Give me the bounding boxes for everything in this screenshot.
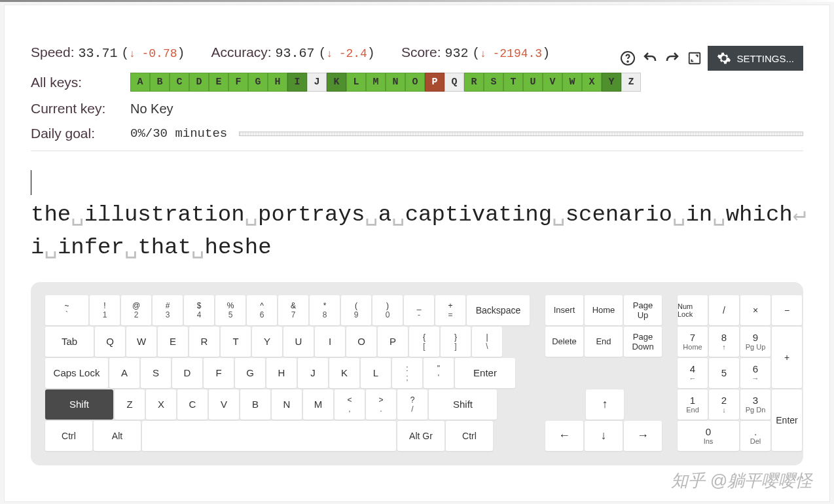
key-np-enter[interactable]: Enter [772,389,802,451]
key-ctrl-right[interactable]: Ctrl [446,421,493,451]
key-altgr[interactable]: Alt Gr [397,421,444,451]
key--[interactable]: _- [404,295,434,325]
key-C[interactable]: C [177,389,208,420]
key-R[interactable]: R [189,327,219,357]
keycell-V[interactable]: V [543,73,562,92]
keycell-X[interactable]: X [582,73,602,92]
key-[[interactable]: {[ [409,327,439,357]
key-B[interactable]: B [240,389,270,420]
keycell-H[interactable]: H [268,73,287,92]
key-/[interactable]: ?/ [397,389,427,420]
keycell-Q[interactable]: Q [444,73,464,92]
key-pageup[interactable]: Page Up [624,295,662,325]
key-1[interactable]: !1 [90,295,120,325]
key-np-3[interactable]: 3Pg Dn [740,389,771,420]
key-`[interactable]: ~` [45,295,88,325]
key-Q[interactable]: Q [95,327,125,357]
key-np-2[interactable]: 2↓ [709,389,739,420]
key-N[interactable]: N [272,389,302,420]
key-U[interactable]: U [283,327,314,357]
keycell-P[interactable]: P [425,73,444,92]
key-F[interactable]: F [204,358,234,388]
key-np-sub[interactable]: − [772,295,802,325]
key-capslock[interactable]: Caps Lock [45,358,108,388]
key-9[interactable]: (9 [341,295,371,325]
key-\[interactable]: |\ [472,327,502,357]
key-alt-left[interactable]: Alt [94,421,141,451]
typing-area[interactable]: the␣illustration␣portrays␣a␣captivating␣… [31,167,803,264]
keycell-U[interactable]: U [523,73,543,92]
key-0[interactable]: )0 [372,295,403,325]
key-np-dot[interactable]: .Del [740,421,771,451]
key-8[interactable]: *8 [310,295,340,325]
fullscreen-icon[interactable] [685,49,704,67]
keycell-T[interactable]: T [503,73,523,92]
key-4[interactable]: $4 [184,295,214,325]
key-arrow-down[interactable]: ↓ [585,421,623,451]
key-3[interactable]: #3 [153,295,183,325]
keycell-A[interactable]: A [130,73,150,92]
key-numlock[interactable]: Num Lock [678,295,708,325]
key-arrow-right[interactable]: → [624,421,662,451]
keycell-I[interactable]: I [287,73,307,92]
key-=[interactable]: += [435,295,465,325]
keycell-D[interactable]: D [189,73,209,92]
keycell-W[interactable]: W [562,73,582,92]
keycell-S[interactable]: S [484,73,503,92]
key-np-7[interactable]: 7Home [678,327,708,357]
key-arrow-left[interactable]: ← [545,421,583,451]
keycell-F[interactable]: F [228,73,248,92]
keycell-Y[interactable]: Y [602,73,621,92]
key-enter[interactable]: Enter [455,358,515,388]
keycell-C[interactable]: C [170,73,189,92]
key-.[interactable]: >. [366,389,396,420]
keycell-O[interactable]: O [405,73,425,92]
keycell-J[interactable]: J [307,73,327,92]
keycell-M[interactable]: M [366,73,386,92]
key-np-9[interactable]: 9Pg Up [740,327,771,357]
keycell-R[interactable]: R [464,73,484,92]
help-icon[interactable] [619,49,637,67]
keycell-Z[interactable]: Z [621,73,641,92]
keycell-L[interactable]: L [346,73,366,92]
key-end[interactable]: End [585,327,623,357]
key-tab[interactable]: Tab [45,327,94,357]
key-arrow-up[interactable]: ↑ [586,389,624,420]
key-ctrl-left[interactable]: Ctrl [45,421,92,451]
keycell-K[interactable]: K [327,73,346,92]
key-][interactable]: }] [441,327,471,357]
key-Y[interactable]: Y [252,327,282,357]
undo-icon[interactable] [641,49,659,67]
key-G[interactable]: G [235,358,265,388]
key-delete[interactable]: Delete [545,327,583,357]
key-A[interactable]: A [109,358,139,388]
key-np-add[interactable]: + [772,327,802,388]
key-S[interactable]: S [141,358,171,388]
keycell-B[interactable]: B [150,73,170,92]
key-E[interactable]: E [158,327,188,357]
key-,[interactable]: <, [335,389,365,420]
key-7[interactable]: &7 [278,295,308,325]
settings-button[interactable]: SETTINGS... [708,46,803,71]
key-shift-right[interactable]: Shift [429,389,497,420]
key-home[interactable]: Home [585,295,623,325]
key-np-div[interactable]: / [709,295,739,325]
keycell-E[interactable]: E [209,73,228,92]
key-6[interactable]: ^6 [247,295,277,325]
key-np-1[interactable]: 1End [678,389,708,420]
key-X[interactable]: X [146,389,176,420]
key-pagedown[interactable]: Page Down [624,327,662,357]
key-np-6[interactable]: 6→ [740,358,771,388]
keycell-N[interactable]: N [386,73,405,92]
key-5[interactable]: %5 [215,295,245,325]
key-K[interactable]: K [329,358,359,388]
key-O[interactable]: O [346,327,376,357]
key-V[interactable]: V [209,389,239,420]
key-M[interactable]: M [303,389,333,420]
keycell-G[interactable]: G [248,73,268,92]
key-np-0[interactable]: 0Ins [678,421,739,451]
key-shift-left[interactable]: Shift [45,389,113,420]
key-space[interactable] [142,421,396,451]
key-H[interactable]: H [266,358,297,388]
key-backspace[interactable]: Backspace [467,295,530,325]
